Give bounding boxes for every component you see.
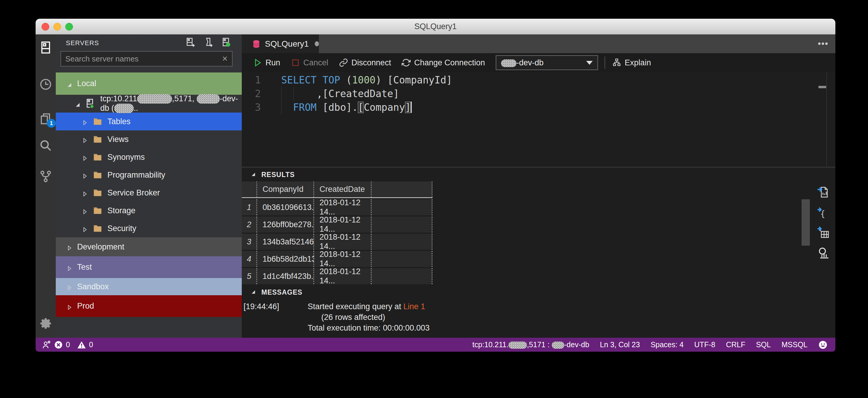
editor-line-1[interactable]: 1SELECT TOP (1000) [CompanyId] — [242, 74, 824, 87]
message-line-link[interactable]: Line 1 — [403, 302, 425, 311]
tree-item-local[interactable]: Local — [56, 73, 242, 95]
collapse-twisty-icon[interactable] — [66, 284, 72, 290]
column-header-createddate[interactable]: CreatedDate — [314, 181, 372, 197]
open-editors-icon[interactable]: 1 — [39, 112, 52, 125]
disconnect-button[interactable]: Disconnect — [339, 58, 391, 67]
grid-cell[interactable]: 1d1c4fbf423b... — [257, 268, 314, 284]
tree-item-development[interactable]: Development — [56, 237, 242, 256]
error-count[interactable]: 0 — [66, 340, 70, 349]
more-actions-icon[interactable] — [817, 40, 829, 48]
sql-editor[interactable]: 1SELECT TOP (1000) [CompanyId]2 ,[Create… — [242, 72, 835, 167]
run-button[interactable]: Run — [253, 58, 280, 67]
grid-cell[interactable] — [372, 268, 433, 284]
collapse-twisty-icon[interactable] — [82, 190, 88, 196]
collapse-results-icon[interactable] — [251, 173, 256, 178]
collapse-twisty-icon[interactable] — [82, 136, 88, 142]
collapse-twisty-icon[interactable] — [66, 303, 72, 309]
history-icon[interactable] — [39, 78, 52, 91]
grid-cell[interactable]: 0b361096613... — [257, 199, 314, 215]
warnings-icon[interactable] — [77, 340, 86, 349]
row-number-cell[interactable]: 3 — [242, 234, 257, 250]
save-csv-icon[interactable] — [817, 186, 830, 199]
settings-gear-icon[interactable] — [38, 316, 53, 331]
expand-twisty-icon[interactable] — [66, 81, 72, 87]
tab-sqlquery1[interactable]: SQLQuery1 — [242, 34, 319, 53]
save-json-icon[interactable]: { } — [817, 206, 830, 219]
tree-item-views[interactable]: Views — [56, 131, 242, 148]
active-connections-icon[interactable] — [221, 37, 231, 48]
explain-button[interactable]: Explain — [612, 58, 651, 67]
expand-twisty-icon[interactable] — [75, 101, 81, 107]
tree-item-tables[interactable]: Tables — [56, 113, 242, 131]
results-title: RESULTS — [261, 171, 295, 179]
cancel-button[interactable]: Cancel — [291, 58, 329, 67]
grid-cell[interactable]: 2018-01-12 14... — [314, 234, 372, 250]
search-icon[interactable] — [39, 139, 52, 152]
collapse-twisty-icon[interactable] — [82, 208, 88, 214]
grid-cell[interactable]: 2018-01-12 14... — [314, 268, 372, 284]
unsaved-changes-dot[interactable] — [315, 41, 319, 46]
grid-cell[interactable] — [372, 217, 433, 233]
row-number-cell[interactable]: 5 — [242, 268, 257, 284]
folder-icon — [93, 205, 103, 216]
tree-item-prod[interactable]: Prod — [56, 295, 242, 317]
source-control-icon[interactable] — [39, 170, 52, 183]
grid-cell[interactable]: 2018-01-12 14... — [314, 199, 372, 215]
errors-icon[interactable] — [54, 340, 63, 349]
grid-cell[interactable]: 134b3af52146... — [257, 234, 314, 250]
editor-line-3[interactable]: 3 FROM [dbo].[Company] — [242, 101, 824, 114]
collapse-twisty-icon[interactable] — [82, 225, 88, 231]
collapse-twisty-icon[interactable] — [82, 154, 88, 160]
column-header-companyid[interactable]: CompanyId — [257, 181, 314, 197]
status-item-mssql[interactable]: MSSQL — [781, 340, 807, 349]
tree-item-server-connection[interactable]: tcp:10.211,5171, -dev-db (.. — [56, 95, 242, 113]
collapse-twisty-icon[interactable] — [82, 172, 88, 178]
tree-item-security[interactable]: Security — [56, 220, 242, 237]
messages-header[interactable]: MESSAGES — [251, 288, 302, 296]
status-connection[interactable]: tcp:10.211.,5171 : -dev-db — [472, 340, 589, 349]
database-dropdown[interactable]: -dev-db — [496, 55, 598, 70]
tree-item-service-broker[interactable]: Service Broker — [56, 184, 242, 202]
status-item-ln-3-col-23[interactable]: Ln 3, Col 23 — [600, 340, 640, 349]
collapse-messages-icon[interactable] — [251, 290, 256, 295]
collapse-twisty-icon[interactable] — [66, 244, 72, 250]
clear-search-icon[interactable]: ✕ — [222, 55, 232, 63]
tree-item-test[interactable]: Test — [56, 256, 242, 278]
view-chart-icon[interactable] — [817, 246, 830, 259]
connections-icon[interactable] — [39, 41, 52, 54]
editor-scrollbar[interactable] — [827, 72, 827, 167]
search-input[interactable] — [61, 54, 222, 63]
row-number-cell[interactable]: 1 — [242, 199, 257, 215]
accounts-icon[interactable] — [42, 340, 51, 349]
grid-row-5: 51d1c4fbf423b...2018-01-12 14... — [242, 268, 433, 284]
tree-item-programmability[interactable]: Programmability — [56, 166, 242, 184]
row-number-cell[interactable]: 4 — [242, 251, 257, 267]
feedback-smiley-icon[interactable] — [818, 340, 828, 349]
status-item-spaces-4[interactable]: Spaces: 4 — [651, 340, 683, 349]
grid-cell[interactable] — [372, 251, 433, 267]
warning-count[interactable]: 0 — [89, 340, 93, 349]
collapse-twisty-icon[interactable] — [82, 118, 88, 124]
collapse-twisty-icon[interactable] — [66, 264, 72, 270]
row-number-cell[interactable]: 2 — [242, 217, 257, 233]
grid-cell[interactable]: 126bff0be278... — [257, 217, 314, 233]
redacted-text — [137, 94, 172, 104]
editor-line-2[interactable]: 2 ,[CreatedDate] — [242, 87, 824, 101]
tree-item-storage[interactable]: Storage — [56, 202, 242, 220]
tree-item-sandbox[interactable]: Sandbox — [56, 278, 242, 295]
new-server-group-icon[interactable] — [203, 37, 213, 48]
change-connection-button[interactable]: Change Connection — [402, 58, 485, 67]
status-item-utf-8[interactable]: UTF-8 — [694, 340, 715, 349]
results-header[interactable]: RESULTS — [251, 171, 295, 179]
grid-cell[interactable]: 2018-01-12 14... — [314, 251, 372, 267]
save-excel-icon[interactable] — [817, 226, 830, 239]
results-scrollbar[interactable] — [802, 199, 810, 246]
grid-cell[interactable] — [372, 199, 433, 215]
grid-cell[interactable]: 2018-01-12 14... — [314, 217, 372, 233]
status-item-sql[interactable]: SQL — [756, 340, 771, 349]
grid-cell[interactable]: 1b6b58d2db13.. — [257, 251, 314, 267]
status-item-crlf[interactable]: CRLF — [726, 340, 745, 349]
tree-item-synonyms[interactable]: Synonyms — [56, 148, 242, 166]
grid-cell[interactable] — [372, 234, 433, 250]
new-connection-icon[interactable] — [185, 37, 195, 48]
